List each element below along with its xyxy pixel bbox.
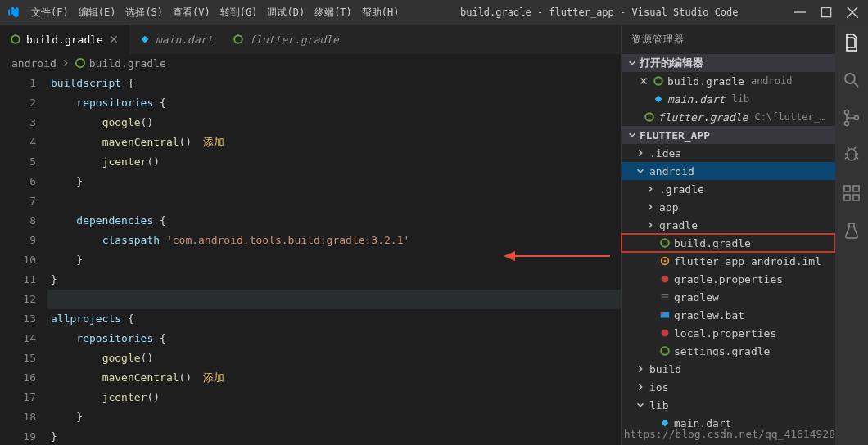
chevron-down-icon (635, 399, 646, 411)
vscode-logo-icon (7, 6, 20, 19)
tree-item[interactable]: gradlew (622, 288, 835, 306)
bat-icon (659, 309, 671, 321)
props-icon (659, 273, 671, 285)
open-editor-item[interactable]: build.gradleandroid (622, 72, 835, 90)
menu-item[interactable]: 调试(D) (262, 7, 310, 18)
svg-point-1 (11, 35, 20, 43)
svg-rect-15 (661, 312, 663, 315)
extensions-icon[interactable] (842, 183, 861, 203)
svg-point-21 (855, 116, 859, 120)
close-icon[interactable] (108, 34, 120, 45)
tab-label: build.gradle (26, 34, 103, 46)
dart-icon (139, 34, 151, 45)
svg-point-2 (235, 35, 243, 43)
props-icon (659, 327, 671, 339)
gradle-icon (644, 111, 655, 123)
menu-item[interactable]: 转到(G) (215, 7, 263, 18)
dart-icon (653, 93, 664, 105)
svg-point-18 (845, 74, 855, 83)
tree-item[interactable]: .idea (622, 144, 835, 162)
tree-item[interactable]: ios (622, 378, 835, 396)
annotation-label: 添加 (203, 136, 224, 148)
gradle-icon (659, 237, 671, 249)
tree-item[interactable]: gradlew.bat (622, 306, 835, 324)
gradle-icon (659, 345, 671, 357)
breadcrumb-segment[interactable]: android (11, 57, 57, 70)
menu-item[interactable]: 选择(S) (120, 7, 168, 18)
open-editor-item[interactable]: main.dartlib (622, 90, 835, 108)
svg-point-19 (845, 110, 849, 115)
explorer-sidebar: 资源管理器 打开的编辑器 build.gradleandroidmain.dar… (621, 25, 835, 445)
svg-rect-23 (844, 195, 850, 200)
sidebar-title: 资源管理器 (622, 25, 835, 54)
tree-item[interactable]: lib (622, 396, 835, 414)
gradle-icon (10, 34, 21, 45)
open-editor-item[interactable]: flutter.gradleC:\flutter_windows\fl... (622, 108, 835, 126)
titlebar: 文件(F)编辑(E)选择(S)查看(V)转到(G)调试(D)终端(T)帮助(H)… (0, 0, 868, 25)
annotation-label: 添加 (203, 371, 224, 384)
minimize-button[interactable] (794, 7, 806, 18)
svg-point-7 (76, 59, 85, 68)
gradle-icon (75, 57, 86, 69)
menu-item[interactable]: 帮助(H) (357, 7, 405, 18)
project-header[interactable]: FLUTTER_APP (622, 126, 835, 144)
window-title: build.gradle - flutter_app - Visual Stud… (405, 7, 795, 18)
explorer-icon[interactable] (842, 33, 861, 52)
search-icon[interactable] (842, 70, 861, 90)
tree-item[interactable]: build (622, 360, 835, 378)
svg-point-10 (661, 239, 669, 247)
menu-item[interactable]: 终端(T) (310, 7, 357, 18)
watermark: https://blog.csdn.net/qq_41614928 (624, 428, 835, 440)
tree-item[interactable]: flutter_app_android.iml (622, 252, 835, 270)
chevron-right-icon (60, 57, 71, 69)
chevron-down-icon (626, 129, 638, 141)
maximize-button[interactable] (821, 7, 832, 18)
tab-label: flutter.gradle (249, 34, 339, 46)
open-editors-header[interactable]: 打开的编辑器 (622, 54, 835, 72)
editor-tab[interactable]: main.dart (129, 25, 223, 54)
svg-point-8 (654, 77, 662, 85)
tree-item[interactable]: .gradle (622, 180, 835, 198)
source-control-icon[interactable] (842, 108, 861, 128)
menu-item[interactable]: 编辑(E) (74, 7, 121, 18)
tab-label: main.dart (156, 34, 213, 46)
tree-item[interactable]: app (622, 198, 835, 216)
svg-rect-22 (844, 186, 850, 191)
svg-point-9 (645, 113, 653, 121)
chevron-down-icon (635, 165, 646, 177)
test-icon[interactable] (842, 221, 861, 240)
svg-point-20 (845, 122, 849, 126)
line-gutter: 12345678910111213141516171819 (0, 72, 51, 445)
tree-item[interactable]: settings.gradle (622, 342, 835, 360)
gradle-icon (233, 34, 244, 45)
editor-tab[interactable]: flutter.gradle (223, 25, 349, 54)
tree-item[interactable]: gradle (622, 216, 835, 234)
chevron-right-icon (644, 183, 656, 195)
gradle-icon (653, 75, 664, 87)
svg-rect-24 (853, 195, 859, 200)
file-icon (659, 291, 671, 303)
close-button[interactable] (847, 7, 858, 18)
svg-point-16 (662, 330, 669, 337)
chevron-right-icon (635, 381, 646, 393)
breadcrumb-segment[interactable]: build.gradle (89, 57, 166, 70)
menu-item[interactable]: 文件(F) (26, 7, 74, 18)
close-icon[interactable] (638, 75, 649, 87)
xml-icon (659, 255, 671, 267)
chevron-right-icon (635, 147, 646, 159)
svg-rect-25 (853, 186, 859, 191)
editor-tab[interactable]: build.gradle (0, 25, 129, 54)
tree-item[interactable]: android (622, 162, 835, 180)
chevron-right-icon (644, 201, 656, 213)
chevron-right-icon (635, 363, 646, 375)
svg-rect-0 (821, 7, 830, 16)
svg-point-13 (662, 276, 669, 283)
tree-item[interactable]: gradle.properties (622, 270, 835, 288)
dart-icon (659, 417, 671, 429)
debug-icon[interactable] (842, 146, 861, 165)
svg-point-17 (661, 347, 669, 355)
tree-item[interactable]: local.properties (622, 324, 835, 342)
tree-item[interactable]: build.gradle (622, 234, 835, 252)
activity-bar (835, 25, 868, 445)
menu-item[interactable]: 查看(V) (168, 7, 215, 18)
